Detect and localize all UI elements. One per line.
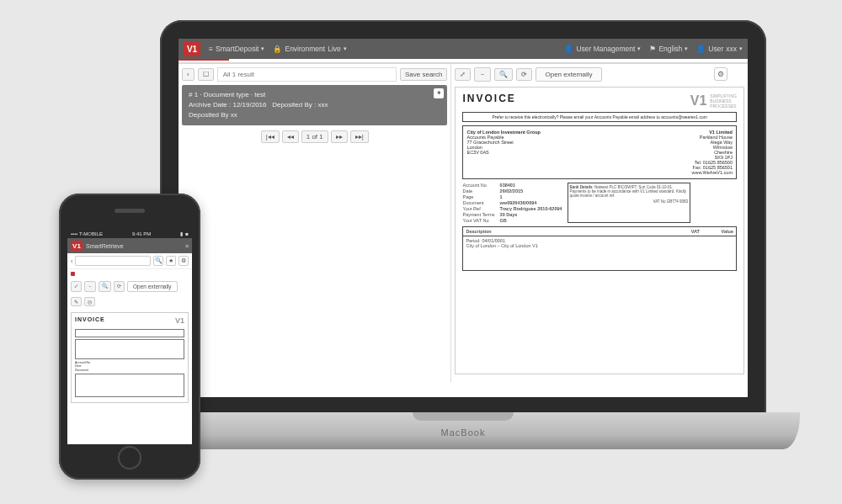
page-val: 1: [500, 194, 562, 199]
pager-first[interactable]: |◂◂: [261, 130, 280, 143]
phone-viewer-toolbar: ⤢ － 🔍 ⟳ Open externally: [67, 279, 192, 294]
terms-val: 30 Days: [500, 212, 562, 217]
archive-label: Archive Date: [189, 101, 227, 109]
page-label: Page: [462, 194, 494, 199]
pager-prev[interactable]: ◂◂: [282, 130, 299, 143]
ref-val: Tracy Rodrigues 2010-62094: [500, 206, 562, 211]
invoice-logo: V1 SIMPLIFYING BUSINESS PROCESSES: [690, 93, 737, 109]
card-action-icon[interactable]: ✦: [434, 88, 444, 98]
save-search-button[interactable]: Save search: [400, 68, 447, 81]
zoom-in-icon[interactable]: 🔍: [494, 68, 513, 81]
laptop-brand: MacBook: [441, 427, 486, 438]
clock: 9:41 PM: [132, 231, 151, 236]
phone-mockup: •••• T-MOBILE 9:41 PM ▮ ■ V1 SmartRetrie…: [59, 194, 200, 480]
app-header: V1 ≡ SmartDeposit ▾ 🔒 Environment Live ▾…: [179, 39, 748, 59]
from-address: V1 Limited Parkland House Alega Way Wilm…: [691, 130, 733, 175]
viewer-panel: ⤢ － 🔍 ⟳ Open externally INVOICE V1: [451, 64, 748, 382]
archive-value: 12/19/2016: [232, 101, 266, 109]
deposited-by-value: xxx: [317, 101, 328, 109]
document-card[interactable]: ✦ # 1 · Document type · test Archive Dat…: [182, 85, 447, 125]
environment-selector[interactable]: 🔒 Environment Live ▾: [273, 45, 346, 53]
co-vat-label: VAT No: [653, 199, 665, 204]
phone-document-preview: INVOICE V1 Account No Date Document: [71, 312, 189, 403]
search-bar: ‹ ☐ All 1 result Save search: [182, 67, 447, 82]
menu-smartdeposit[interactable]: ≡ SmartDeposit ▾: [209, 45, 264, 53]
phone-search-input[interactable]: [75, 256, 151, 266]
zoom-in-icon[interactable]: 🔍: [99, 281, 111, 292]
edit-icon[interactable]: ✎: [71, 297, 82, 306]
card-meta: Archive Date : 12/19/2016 Deposited By :…: [189, 100, 440, 110]
date-val: 26/02/2015: [500, 188, 562, 194]
user-management-menu[interactable]: 👤 User Management ▾: [564, 45, 641, 53]
fullscreen-icon[interactable]: ⤢: [455, 68, 471, 81]
hamburger-icon: ≡: [209, 45, 213, 53]
env-label: Environment: [285, 45, 325, 53]
mini-address: [75, 339, 184, 359]
pager-next[interactable]: ▸▸: [331, 130, 348, 143]
invoice-fields: Account No038401 Date26/02/2015 Page1 Do…: [462, 183, 562, 223]
phone-search-row: ‹ 🔍 ★ ⚙: [67, 253, 192, 269]
user-mgmt-label: User Management: [576, 45, 635, 53]
zoom-out-icon[interactable]: －: [474, 67, 491, 82]
mini-meta: Account No Date Document: [75, 361, 184, 373]
invoice-meta: Account No038401 Date26/02/2015 Page1 Do…: [462, 183, 737, 223]
invoice-logo: V1: [175, 316, 184, 326]
deposited-by-label: Deposited By: [272, 101, 312, 109]
refresh-icon[interactable]: ⟳: [114, 281, 125, 292]
user-menu[interactable]: 👤 User xxx ▾: [696, 45, 743, 53]
pager: |◂◂ ◂◂ 1 of 1 ▸▸ ▸▸|: [182, 130, 447, 143]
col-desc: Description: [466, 229, 666, 234]
co-vat-val: GB774 9583: [667, 199, 688, 204]
pager-page: 1 of 1: [301, 130, 328, 143]
collapse-button[interactable]: ‹: [182, 68, 195, 81]
caret-down-icon: ▾: [344, 45, 347, 52]
fullscreen-icon[interactable]: ⤢: [71, 281, 82, 292]
phone-statusbar: •••• T-MOBILE 9:41 PM ▮ ■: [67, 229, 192, 238]
search-icon[interactable]: 🔍: [153, 256, 163, 266]
laptop-bezel: V1 ≡ SmartDeposit ▾ 🔒 Environment Live ▾…: [160, 20, 766, 416]
open-externally-button[interactable]: Open externally: [536, 67, 601, 82]
open-externally-button[interactable]: Open externally: [127, 281, 178, 292]
acc-label: Account No: [462, 183, 494, 188]
select-all-checkbox[interactable]: ☐: [198, 68, 214, 81]
settings-button[interactable]: ⚙: [714, 67, 727, 81]
v1-logo-icon: V1: [690, 93, 707, 109]
ref-label: Your Ref: [462, 206, 494, 211]
user-icon: 👤: [564, 45, 573, 53]
results-panel: ‹ ☐ All 1 result Save search ✦ # 1 · Doc…: [179, 64, 451, 382]
from-web: www.WeAreV1.com: [691, 170, 733, 175]
phone-screen: •••• T-MOBILE 9:41 PM ▮ ■ V1 SmartRetrie…: [67, 229, 192, 444]
brand-logo[interactable]: V1: [184, 41, 200, 56]
doc-val: ww0926436/0094: [500, 200, 562, 205]
invoice-title: INVOICE: [75, 316, 105, 322]
user-label: User: [708, 45, 723, 53]
battery-icon: ■: [185, 231, 189, 236]
language-label: English: [658, 45, 682, 53]
star-icon[interactable]: ★: [166, 256, 176, 266]
laptop-base: MacBook: [126, 412, 800, 449]
active-indicator: [71, 272, 75, 276]
refresh-icon[interactable]: ⟳: [516, 68, 532, 81]
bank-details: Bank Details: Natwest PLC BIC/SWIFT: Sor…: [568, 183, 690, 223]
caret-down-icon: ▾: [637, 45, 641, 52]
acc-val: 038401: [500, 183, 562, 188]
signal-icon: ▮: [180, 231, 183, 236]
laptop-notch: [413, 412, 514, 421]
gear-icon[interactable]: ⚙: [179, 256, 189, 266]
hamburger-icon[interactable]: ≡: [185, 243, 189, 249]
back-icon[interactable]: ‹: [71, 258, 72, 264]
target-icon[interactable]: ◎: [84, 297, 95, 306]
brand-logo[interactable]: V1: [71, 241, 83, 251]
phone-viewer-toolbar-2: ✎ ◎: [67, 294, 192, 309]
zoom-out-icon[interactable]: －: [84, 281, 96, 292]
terms-label: Payment Terms: [462, 212, 494, 217]
pager-last[interactable]: ▸▸|: [350, 130, 369, 143]
date-label: Date: [462, 188, 494, 194]
caret-down-icon: ▾: [685, 45, 688, 52]
work-area: ‹ ☐ All 1 result Save search ✦ # 1 · Doc…: [179, 64, 748, 382]
document-preview: INVOICE V1 SIMPLIFYING BUSINESS PROCESSE…: [455, 87, 744, 374]
lock-icon: 🔒: [273, 45, 282, 53]
doc-label: Document: [462, 200, 494, 205]
mini-lines-box: [75, 374, 184, 397]
language-selector[interactable]: ⚑ English ▾: [649, 45, 688, 53]
